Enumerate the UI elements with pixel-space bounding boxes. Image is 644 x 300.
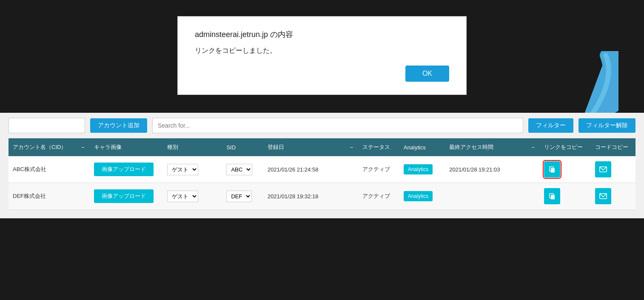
dialog-footer: OK: [195, 66, 449, 82]
toolbar: アカウント追加 フィルター フィルター解除: [9, 113, 635, 138]
cell-minus3: [527, 183, 540, 210]
cell-copy-link: [540, 156, 590, 183]
col-header-code: コードコピー: [591, 138, 635, 156]
cell-copy-code: [591, 183, 635, 210]
cell-account-name: DEF株式会社: [9, 183, 77, 210]
cell-copy-code: [591, 156, 635, 183]
col-header-account: アカウント名（CID）: [9, 138, 77, 156]
add-account-button[interactable]: アカウント追加: [90, 118, 147, 133]
col-header-minus1: −: [77, 138, 90, 156]
cell-minus2: [346, 183, 359, 210]
copy-code-button[interactable]: [595, 188, 611, 204]
cell-minus2: [346, 156, 359, 183]
copy-link-button[interactable]: [544, 161, 560, 177]
analytics-badge: Analytics: [404, 191, 433, 201]
cell-image-upload: 画像アップロード: [90, 156, 163, 183]
col-header-link: リンクをコピー: [540, 138, 590, 156]
cell-status: アクティブ: [358, 156, 399, 183]
cell-date: 2021/01/26 21:24:58: [263, 156, 345, 183]
analytics-badge: Analytics: [404, 164, 433, 174]
sid-select[interactable]: ABC: [226, 164, 252, 175]
cell-minus1: [77, 183, 90, 210]
table-header-row: アカウント名（CID） − キャラ画像 種別 SID 登録日 − ステータス A…: [9, 138, 635, 156]
col-header-minus3: −: [527, 138, 540, 156]
cell-date: 2021/01/28 19:32:18: [263, 183, 345, 210]
col-header-access: 最終アクセス時間: [445, 138, 527, 156]
col-header-analytics: Analytics: [399, 138, 445, 156]
ok-button[interactable]: OK: [405, 66, 449, 82]
col-header-date: 登録日: [263, 138, 345, 156]
svg-rect-1: [551, 168, 555, 173]
cell-minus3: [527, 156, 540, 183]
data-table: アカウント名（CID） − キャラ画像 種別 SID 登録日 − ステータス A…: [9, 138, 635, 210]
cell-last-access: 2021/01/28 19:21:03: [445, 156, 527, 183]
col-header-type: 種別: [163, 138, 222, 156]
cell-last-access: [445, 183, 527, 210]
cell-type: ゲスト: [163, 156, 222, 183]
cell-account-name: ABC株式会社: [9, 156, 77, 183]
cell-type: ゲスト: [163, 183, 222, 210]
dialog-box: adminsteerai.jetrun.jp の内容 リンクをコピーしました。 …: [177, 16, 467, 95]
col-header-sid: SID: [222, 138, 263, 156]
copy-code-button[interactable]: [595, 161, 611, 177]
search-input[interactable]: [152, 118, 523, 133]
cell-sid: ABC: [222, 156, 263, 183]
type-select[interactable]: ゲスト: [167, 191, 198, 202]
table-row: DEF株式会社 画像アップロード ゲスト DEF 2021/01/28 19:3…: [9, 183, 635, 210]
filter-clear-button[interactable]: フィルター解除: [578, 118, 635, 133]
svg-rect-4: [551, 195, 555, 200]
type-select[interactable]: ゲスト: [167, 164, 198, 175]
image-upload-button[interactable]: 画像アップロード: [94, 163, 154, 176]
col-header-status: ステータス: [358, 138, 399, 156]
cell-analytics: Analytics: [399, 156, 445, 183]
col-header-minus2: −: [346, 138, 359, 156]
image-upload-button[interactable]: 画像アップロード: [94, 189, 154, 203]
main-content: アカウント追加 フィルター フィルター解除 アカウント名（CID） − キャラ画…: [0, 113, 644, 218]
dialog-title: adminsteerai.jetrun.jp の内容: [195, 29, 449, 40]
cell-copy-link: [540, 183, 590, 210]
dialog-overlay: adminsteerai.jetrun.jp の内容 リンクをコピーしました。 …: [0, 0, 644, 111]
toolbar-left-space: [9, 118, 85, 133]
dialog-message: リンクをコピーしました。: [195, 46, 449, 55]
cell-status: アクティブ: [358, 183, 399, 210]
cell-sid: DEF: [222, 183, 263, 210]
sid-select[interactable]: DEF: [226, 191, 252, 202]
table-row: ABC株式会社 画像アップロード ゲスト ABC 2021/01/26 21:2…: [9, 156, 635, 183]
cell-minus1: [77, 156, 90, 183]
cell-analytics: Analytics: [399, 183, 445, 210]
copy-link-button[interactable]: [544, 188, 560, 204]
col-header-image: キャラ画像: [90, 138, 163, 156]
cell-image-upload: 画像アップロード: [90, 183, 163, 210]
filter-button[interactable]: フィルター: [528, 118, 573, 133]
